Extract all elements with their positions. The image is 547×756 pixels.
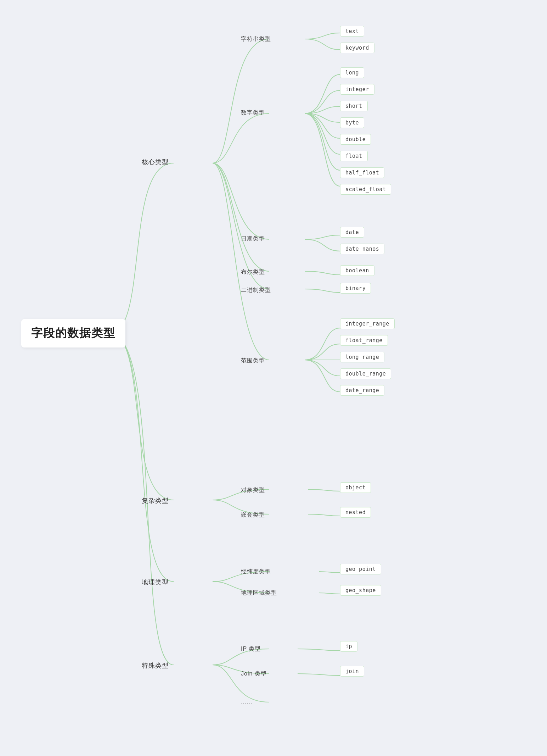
subcat-binary: 二进制类型 [241,287,271,294]
subcat-date: 日期类型 [241,235,265,243]
category-complex: 复杂类型 [142,496,169,505]
category-core: 核心类型 [142,158,169,166]
subcat-geoshape: 地理区域类型 [241,589,277,597]
subcat-nested: 嵌套类型 [241,511,265,519]
leaf-scaled-float: scaled_float [340,184,391,195]
leaf-geo-point: geo_point [340,564,381,574]
leaf-keyword: keyword [340,43,374,53]
subcat-ip: IP 类型 [241,645,261,653]
leaf-long: long [340,67,364,78]
subcat-number: 数字类型 [241,109,265,117]
leaf-double: double [340,134,371,145]
leaf-date-nanos: date_nanos [340,244,384,254]
leaf-half-float: half_float [340,167,384,178]
leaf-integer-range: integer_range [340,318,395,329]
leaf-text: text [340,26,364,37]
subcat-object: 对象类型 [241,487,265,494]
mind-map: 字段的数据类型 核心类型 复杂类型 地理类型 特殊类型 字符串类型 数字类型 日… [0,0,547,756]
leaf-boolean: boolean [340,265,374,276]
leaf-date: date [340,227,364,238]
leaf-join: join [340,666,364,677]
root-label: 字段的数据类型 [31,327,115,339]
leaf-float: float [340,151,368,161]
leaf-long-range: long_range [340,352,384,362]
leaf-double-range: double_range [340,368,391,379]
root-node: 字段的数据类型 [21,319,125,348]
category-special: 特殊类型 [142,661,169,670]
subcat-geopoint: 经纬度类型 [241,568,271,576]
leaf-ip: ip [340,641,357,652]
leaf-integer: integer [340,84,374,95]
subcat-string: 字符串类型 [241,35,271,43]
leaf-float-range: float_range [340,335,388,346]
leaf-geo-shape: geo_shape [340,585,381,596]
subcat-join: Join 类型 [241,670,267,678]
category-geo: 地理类型 [142,578,169,587]
subcat-bool: 布尔类型 [241,268,265,276]
leaf-short: short [340,101,368,111]
leaf-nested: nested [340,507,371,518]
leaf-date-range: date_range [340,385,384,396]
subcat-more: ...... [241,699,253,706]
subcat-range: 范围类型 [241,357,265,365]
leaf-byte: byte [340,117,364,128]
leaf-object: object [340,482,371,493]
leaf-binary: binary [340,283,371,294]
connector-lines [0,0,547,756]
